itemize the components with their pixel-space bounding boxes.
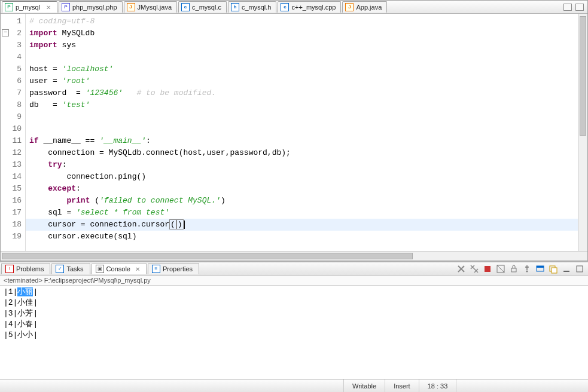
close-view-icon[interactable]: ✕ [135, 266, 140, 272]
code-line[interactable]: user = 'root' [26, 75, 578, 87]
tab-label: php_mysql.php [72, 4, 117, 11]
display-selected-console-icon[interactable] [535, 264, 545, 274]
console-value: 小芳 [17, 309, 33, 318]
line-number: 5 [1, 63, 25, 75]
horizontal-scrollbar-thumb[interactable] [2, 253, 413, 259]
tasks-icon: ✓ [56, 265, 64, 273]
view-tab-properties[interactable]: ≡Properties [148, 263, 199, 274]
tab-label: Tasks [66, 265, 83, 272]
console-line[interactable]: |1|小丽| [4, 287, 584, 298]
status-insert-mode: Insert [385, 379, 419, 392]
console-line[interactable]: |2|小佳| [4, 298, 584, 308]
status-cursor-position: 18 : 33 [419, 379, 457, 392]
line-number: 15 [1, 183, 25, 195]
props-icon: ≡ [152, 265, 160, 273]
svg-rect-8 [563, 271, 569, 272]
code-line[interactable]: import MySQLdb [26, 27, 578, 39]
editor-tab-php-mysql-php[interactable]: Pphp_mysql.php [59, 1, 123, 13]
code-area[interactable]: # coding=utf-8import MySQLdbimport sysho… [26, 14, 578, 251]
line-number: 12 [1, 147, 25, 159]
line-number: 4 [1, 51, 25, 63]
close-tab-icon[interactable]: ✕ [45, 4, 52, 11]
editor-tab-jmysql-java[interactable]: JJMysql.java [124, 1, 177, 13]
java-file-icon: J [345, 3, 354, 11]
status-writable: Writable [344, 379, 385, 392]
horizontal-scrollbar[interactable] [1, 251, 587, 261]
editor-pane: Pp_mysql✕Pphp_mysql.phpJJMysql.javacc_my… [0, 0, 588, 261]
terminate-icon[interactable] [483, 264, 492, 274]
code-line[interactable]: print ('failed to connect MySQL.') [26, 195, 578, 207]
console-value: 小丽 [17, 287, 33, 296]
code-line[interactable]: connection.ping() [26, 171, 578, 183]
editor-tab-c-mysql-cpp[interactable]: cc++_mysql.cpp [278, 1, 341, 13]
code-line[interactable]: except: [26, 183, 578, 195]
line-number: 9 [1, 111, 25, 123]
code-line[interactable]: if __name__ == '__main__': [26, 135, 578, 147]
editor-body: 12345678910111213141516171819 # coding=u… [1, 14, 587, 251]
remove-all-launches-icon[interactable] [470, 264, 479, 274]
code-line[interactable] [26, 123, 578, 135]
minimize-pane-button[interactable] [563, 4, 572, 11]
code-line[interactable] [26, 111, 578, 123]
code-line[interactable]: cursor.execute(sql) [26, 231, 578, 243]
editor-tab-c-mysql-c[interactable]: cc_mysql.c [178, 1, 227, 13]
cpp-file-icon: c [281, 3, 289, 11]
code-line[interactable]: db = 'test' [26, 99, 578, 111]
code-line[interactable]: sql = 'select * from test' [26, 207, 578, 219]
remove-launch-icon[interactable] [456, 264, 466, 274]
tab-label: c_mysql.c [192, 4, 221, 11]
maximize-pane-button[interactable] [575, 4, 584, 11]
code-line[interactable]: host = 'localhost' [26, 63, 578, 75]
code-line[interactable]: import sys [26, 39, 578, 51]
editor-tab-app-java[interactable]: JApp.java [342, 1, 387, 13]
bottom-tab-bar: !Problems✓Tasks▣Console✕≡Properties [0, 262, 588, 275]
svg-rect-7 [552, 268, 557, 273]
maximize-panel-icon[interactable] [575, 264, 584, 274]
bottom-panel: !Problems✓Tasks▣Console✕≡Properties [0, 261, 588, 379]
minimize-panel-icon[interactable] [562, 264, 571, 274]
line-number: 16 [1, 195, 25, 207]
tab-label: App.java [356, 4, 382, 11]
line-number: 3 [1, 39, 25, 51]
tab-label: c++_mysql.cpp [291, 4, 336, 11]
view-tab-tasks[interactable]: ✓Tasks [51, 263, 90, 274]
code-line[interactable] [26, 51, 578, 63]
console-line[interactable]: |3|小芳| [4, 308, 584, 319]
code-line[interactable]: # coding=utf-8 [26, 16, 578, 27]
tab-label: p_mysql [16, 4, 40, 11]
line-number: 17 [1, 207, 25, 219]
vertical-scrollbar-thumb[interactable] [580, 16, 586, 136]
console-icon: ▣ [96, 265, 104, 273]
view-tab-problems[interactable]: !Problems [1, 263, 50, 274]
console-line[interactable]: |4|小春| [4, 319, 584, 330]
status-lead [0, 379, 344, 392]
editor-tab-bar: Pp_mysql✕Pphp_mysql.phpJJMysql.javacc_my… [1, 1, 587, 14]
code-line[interactable]: connection = MySQLdb.connect(host,user,p… [26, 147, 578, 159]
console-line[interactable]: |5|小小| [4, 330, 584, 341]
code-line[interactable]: try: [26, 159, 578, 171]
status-bar: Writable Insert 18 : 33 [0, 379, 588, 392]
clear-console-icon[interactable] [496, 264, 505, 274]
tab-label: Properties [163, 265, 193, 272]
pane-window-buttons [563, 4, 587, 11]
line-number: 7 [1, 87, 25, 99]
editor-tab-c-mysql-h[interactable]: hc_mysql.h [228, 1, 277, 13]
vertical-scrollbar[interactable] [578, 14, 587, 251]
line-number: 13 [1, 159, 25, 171]
console-launch-header: <terminated> F:\eclipseproject\PMysql\p_… [0, 275, 588, 286]
svg-point-3 [526, 270, 528, 272]
code-line[interactable]: password = '123456' # to be modified. [26, 87, 578, 99]
line-number: 14 [1, 171, 25, 183]
editor-tab-p-mysql[interactable]: Pp_mysql✕ [2, 1, 57, 13]
console-toolbar [456, 264, 588, 274]
pin-console-icon[interactable] [522, 264, 532, 274]
scroll-lock-icon[interactable] [509, 264, 519, 274]
console-value: 小佳 [17, 298, 33, 307]
console-output[interactable]: |1|小丽||2|小佳||3|小芳||4|小春||5|小小| [0, 286, 588, 342]
py-file-icon: P [5, 3, 13, 11]
open-console-icon[interactable] [549, 264, 558, 274]
view-tab-console[interactable]: ▣Console✕ [92, 263, 147, 274]
line-number: 6 [1, 75, 25, 87]
code-line[interactable]: cursor = connection.cursor() [26, 219, 578, 231]
c-file-icon: c [181, 3, 190, 11]
